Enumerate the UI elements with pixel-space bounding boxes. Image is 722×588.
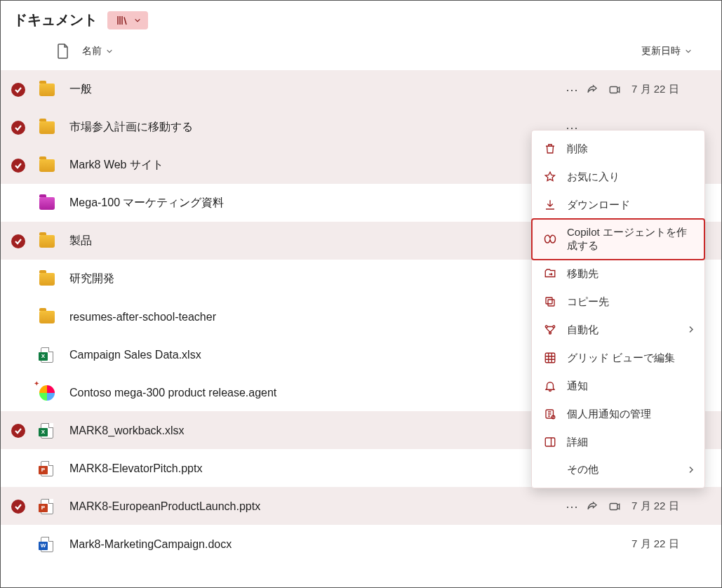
menu-label: 削除 [567, 142, 588, 156]
file-name[interactable]: 製品 [69, 234, 563, 248]
file-name[interactable]: Mega-100 マーケティング資料 [69, 196, 563, 211]
folder-icon [39, 83, 55, 96]
row-selection[interactable] [11, 423, 26, 439]
row-selection[interactable] [11, 234, 26, 249]
grid-icon [543, 351, 557, 365]
folder-icon [39, 311, 55, 323]
file-type-icon [39, 309, 55, 326]
row-more-actions[interactable]: ⋯ [563, 82, 581, 98]
file-row[interactable]: 一般⋯7 月 22 日 [1, 70, 721, 108]
modified-date: 7 月 22 日 [629, 83, 706, 96]
menu-other[interactable]: その他 [532, 456, 704, 483]
row-selection[interactable] [11, 82, 26, 98]
menu-download[interactable]: ダウンロード [532, 191, 704, 219]
flow-icon [543, 323, 557, 337]
column-name[interactable]: 名前 [82, 45, 113, 58]
menu-favorite[interactable]: お気に入り [532, 163, 704, 191]
excel-file-icon: X [41, 347, 53, 363]
menu-personal-notify[interactable]: 個人用通知の管理 [532, 400, 704, 428]
file-name[interactable]: Mark8-MarketingCampaign.docx [69, 538, 563, 551]
menu-label: ダウンロード [567, 199, 630, 212]
checkmark-icon [11, 424, 25, 438]
folder-icon [39, 159, 55, 172]
menu-create-copilot-agent[interactable]: Copilot エージェントを作成する [532, 219, 704, 260]
file-type-icon: P [39, 498, 55, 515]
file-name[interactable]: 市場参入計画に移動する [69, 120, 563, 135]
trash-icon [543, 142, 557, 156]
row-selection[interactable] [11, 120, 26, 135]
page-header: ドキュメント [1, 1, 721, 39]
file-name[interactable]: Mark8 Web サイト [69, 158, 563, 173]
menu-label: 通知 [567, 380, 588, 393]
copilot-icon [543, 232, 557, 246]
folder-icon [39, 273, 55, 286]
chevron-right-icon [688, 464, 695, 476]
file-name[interactable]: 一般 [69, 82, 563, 97]
panel-icon [543, 435, 557, 449]
file-name[interactable]: resumes-after-school-teacher [69, 311, 563, 323]
svg-rect-0 [610, 86, 617, 93]
menu-grid-edit[interactable]: グリッド ビューで編集 [532, 344, 704, 372]
file-name[interactable]: MARK8-EuropeanProductLaunch.pptx [69, 500, 563, 513]
checkmark-icon [11, 159, 25, 173]
menu-label: お気に入り [567, 171, 620, 184]
row-more-actions[interactable]: ⋯ [563, 499, 581, 514]
folder-icon [39, 197, 55, 210]
menu-label: コピー先 [567, 295, 609, 309]
column-name-label: 名前 [82, 45, 102, 58]
agent-file-icon: ✦ [39, 385, 55, 401]
menu-move[interactable]: 移動先 [532, 260, 704, 288]
checkmark-icon [11, 83, 25, 97]
menu-label: 詳細 [567, 436, 588, 449]
menu-automate[interactable]: 自動化 [532, 316, 704, 344]
checkmark-icon [11, 121, 25, 135]
file-name[interactable]: Contoso mega-300 product release.agent [69, 387, 563, 399]
menu-details[interactable]: 詳細 [532, 428, 704, 456]
file-name[interactable]: Campaign Sales Data.xlsx [69, 349, 563, 361]
menu-label: その他 [567, 463, 599, 476]
file-type-icon: P [39, 460, 55, 477]
file-name[interactable]: MARK8-ElevatorPitch.pptx [69, 462, 563, 475]
word-file-icon: W [41, 537, 53, 552]
copy-icon [543, 295, 557, 309]
file-type-icon: W [39, 536, 55, 553]
file-type-icon [39, 81, 55, 98]
chevron-right-icon [688, 324, 695, 336]
menu-label: 自動化 [567, 323, 599, 337]
column-modified[interactable]: 更新日時 [641, 45, 707, 58]
svg-point-15 [545, 326, 547, 328]
file-row[interactable]: WMark8-MarketingCampaign.docx⋯7 月 22 日 [1, 525, 721, 563]
menu-delete[interactable]: 削除 [532, 135, 704, 163]
file-type-icon [39, 271, 55, 288]
menu-label: Copilot エージェントを作成する [567, 226, 693, 253]
notify-settings-icon [543, 407, 557, 421]
menu-notify[interactable]: 通知 [532, 372, 704, 400]
menu-copy[interactable]: コピー先 [532, 288, 704, 316]
page-title: ドキュメント [13, 11, 98, 29]
modified-date: 7 月 22 日 [629, 500, 706, 513]
file-type-icon: X [39, 347, 55, 363]
powerpoint-file-icon: P [41, 461, 53, 476]
folder-icon [39, 121, 55, 134]
star-icon [543, 170, 557, 184]
column-modified-label: 更新日時 [641, 45, 681, 58]
svg-rect-13 [548, 300, 554, 306]
checkmark-icon [11, 500, 25, 514]
chevron-down-icon [134, 17, 141, 24]
manage-access-icon[interactable] [606, 500, 623, 513]
manage-access-icon[interactable] [606, 83, 623, 96]
share-icon[interactable] [584, 83, 601, 96]
row-selection[interactable] [11, 499, 26, 514]
share-icon[interactable] [584, 500, 601, 513]
file-row[interactable]: PMARK8-EuropeanProductLaunch.pptx⋯7 月 22… [1, 487, 721, 525]
file-type-icon [39, 233, 55, 250]
menu-label: 移動先 [567, 267, 599, 281]
row-selection[interactable] [11, 158, 26, 173]
file-type-icon [39, 195, 55, 212]
chevron-down-icon [106, 48, 113, 55]
view-switcher[interactable] [107, 11, 148, 29]
bell-icon [543, 379, 557, 393]
file-name[interactable]: 研究開発 [69, 272, 563, 286]
svg-rect-18 [545, 353, 555, 363]
file-name[interactable]: MARK8_workback.xlsx [69, 425, 563, 437]
